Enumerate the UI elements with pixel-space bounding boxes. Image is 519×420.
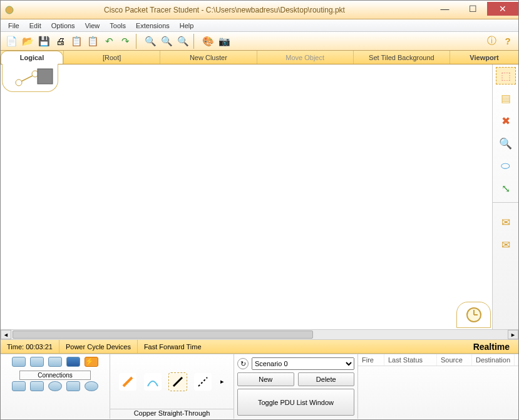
- connection-type-label: Copper Straight-Through: [110, 409, 234, 419]
- undo-icon[interactable]: ↶: [102, 34, 116, 48]
- scroll-thumb[interactable]: [13, 330, 313, 339]
- toggle-pdu-button[interactable]: Toggle PDU List Window: [237, 389, 354, 416]
- power-cycle-button[interactable]: Power Cycle Devices: [59, 340, 138, 353]
- paste-icon[interactable]: 📋: [86, 34, 100, 48]
- menubar: File Edit Options View Tools Extensions …: [1, 19, 518, 32]
- fast-forward-button[interactable]: Fast Forward Time: [138, 340, 208, 353]
- menu-tools[interactable]: Tools: [106, 21, 130, 31]
- app-icon: [3, 4, 16, 16]
- scroll-left-icon[interactable]: ◄: [1, 330, 11, 339]
- inspect-tool-icon[interactable]: 🔍: [496, 135, 516, 152]
- auto-connect-icon[interactable]: [119, 373, 136, 391]
- open-file-icon[interactable]: 📂: [21, 34, 34, 48]
- wireless-category-icon[interactable]: [66, 357, 80, 367]
- router-category-icon[interactable]: [12, 357, 26, 367]
- palette-caption: Connections: [19, 371, 91, 380]
- separator: [136, 34, 140, 49]
- scenario-cycle-icon[interactable]: ↻: [237, 358, 249, 369]
- scenario-select[interactable]: Scenario 0: [252, 357, 354, 370]
- logical-knob[interactable]: [2, 64, 58, 92]
- window-title: Cisco Packet Tracer Student - C:\Users\n…: [18, 6, 431, 14]
- zoom-out-icon[interactable]: 🔍: [176, 34, 190, 48]
- custom-icon[interactable]: [66, 381, 80, 391]
- resize-tool-icon[interactable]: ⤡: [496, 180, 516, 197]
- device-palette: ⚡ Connections: [1, 354, 110, 419]
- draw-tool-icon[interactable]: ⬭: [496, 157, 516, 175]
- right-toolbox: ⬚ ▤ ✖ 🔍 ⬭ ⤡ ✉ ✉: [492, 64, 518, 329]
- h-scrollbar[interactable]: ◄ ►: [1, 329, 518, 340]
- menu-file[interactable]: File: [4, 21, 23, 31]
- new-file-icon[interactable]: 📄: [4, 34, 18, 48]
- col-last-status[interactable]: Last Status: [384, 354, 437, 366]
- main-toolbar: 📄 📂 💾 🖨 📋 📋 ↶ ↷ 🔍 🔍 🔍 🎨 📷 ⓘ ?: [1, 32, 518, 51]
- select-tool-icon[interactable]: ⬚: [496, 67, 516, 85]
- note-tool-icon[interactable]: ▤: [496, 90, 516, 107]
- menu-view[interactable]: View: [81, 21, 104, 31]
- scroll-right-icon[interactable]: ►: [508, 330, 518, 339]
- complex-pdu-icon[interactable]: ✉: [496, 236, 516, 254]
- scenario-panel: ↻ Scenario 0 New Delete Toggle PDU List …: [234, 354, 358, 419]
- btn-viewport[interactable]: Viewport: [450, 51, 518, 64]
- console-cable-icon[interactable]: [144, 373, 162, 391]
- timebar: Time: 00:03:21 Power Cycle Devices Fast …: [1, 340, 518, 354]
- btn-root[interactable]: [Root]: [63, 51, 160, 64]
- simple-pdu-icon[interactable]: ✉: [496, 213, 516, 231]
- btn-move-object[interactable]: Move Object: [257, 51, 353, 64]
- multiuser-icon[interactable]: [85, 381, 98, 391]
- bottom-panel: ⚡ Connections ▸ Copper Straight-Through …: [1, 354, 518, 419]
- scenario-delete-button[interactable]: Delete: [298, 372, 355, 386]
- redo-icon[interactable]: ↷: [118, 34, 132, 48]
- minimize-button[interactable]: —: [431, 2, 459, 16]
- custom-device-icon[interactable]: 📷: [217, 34, 231, 48]
- realtime-knob[interactable]: [456, 302, 491, 328]
- end-device-icon[interactable]: [12, 381, 26, 391]
- zoom-reset-icon[interactable]: 🔍: [160, 34, 173, 48]
- btn-tiled-bg[interactable]: Set Tiled Background: [353, 51, 450, 64]
- col-source[interactable]: Source: [437, 354, 472, 366]
- btn-new-cluster[interactable]: New Cluster: [160, 51, 256, 64]
- info-icon[interactable]: ⓘ: [485, 34, 498, 48]
- event-list: Fire Last Status Source Destination: [358, 354, 518, 419]
- wan-icon[interactable]: [48, 381, 62, 391]
- tab-logical[interactable]: Logical: [1, 51, 63, 64]
- sim-time: Time: 00:03:21: [1, 340, 59, 353]
- separator: [193, 34, 197, 49]
- copper-cross-icon[interactable]: [194, 373, 212, 391]
- col-fire[interactable]: Fire: [358, 354, 384, 366]
- connection-types: ▸ Copper Straight-Through: [110, 354, 234, 419]
- zoom-in-icon[interactable]: 🔍: [143, 34, 157, 48]
- print-icon[interactable]: 🖨: [53, 34, 67, 48]
- connections-category-icon[interactable]: ⚡: [85, 357, 98, 367]
- delete-tool-icon[interactable]: ✖: [496, 112, 516, 130]
- menu-edit[interactable]: Edit: [26, 21, 45, 31]
- col-destination[interactable]: Destination: [472, 354, 515, 366]
- menu-help[interactable]: Help: [176, 21, 198, 31]
- close-button[interactable]: ✕: [487, 2, 518, 16]
- maximize-button[interactable]: ☐: [459, 2, 487, 16]
- menu-options[interactable]: Options: [48, 21, 79, 31]
- scenario-new-button[interactable]: New: [237, 372, 294, 386]
- svg-point-1: [16, 79, 22, 86]
- view-tabbar: Logical [Root] New Cluster Move Object S…: [1, 51, 518, 64]
- workspace-row: Grafici PC-PTPC2_GRA PC-PTPC3_GRA Progra…: [1, 64, 518, 329]
- hub-category-icon[interactable]: [48, 357, 62, 367]
- security-icon[interactable]: [30, 381, 44, 391]
- svg-point-0: [6, 6, 13, 14]
- realtime-label: Realtime: [467, 340, 518, 353]
- save-icon[interactable]: 💾: [37, 34, 51, 48]
- help-icon[interactable]: ?: [501, 34, 515, 48]
- svg-rect-3: [38, 69, 53, 84]
- switch-category-icon[interactable]: [30, 357, 44, 367]
- copper-straight-icon[interactable]: [169, 373, 187, 391]
- palette-icon[interactable]: 🎨: [201, 34, 215, 48]
- copy-icon[interactable]: 📋: [69, 34, 83, 48]
- scroll-track[interactable]: [11, 330, 508, 339]
- menu-extensions[interactable]: Extensions: [132, 21, 173, 31]
- titlebar: Cisco Packet Tracer Student - C:\Users\n…: [1, 1, 518, 19]
